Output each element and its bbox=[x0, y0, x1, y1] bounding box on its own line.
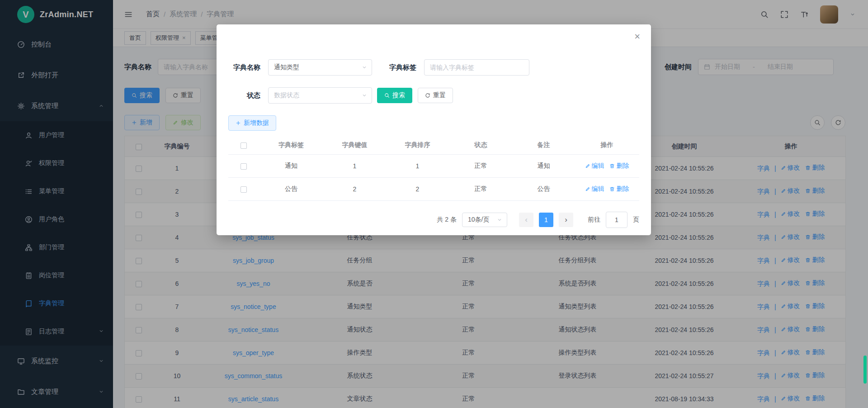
cell-value: 2 bbox=[323, 177, 386, 200]
column-header: 字典键值 bbox=[323, 136, 386, 154]
table-row: 通知 1 1 正常 通知 编辑 删除 bbox=[228, 154, 639, 177]
dict-label-label: 字典标签 bbox=[379, 63, 416, 72]
dialog-filter-row-2: 状态 数据状态 搜索 重置 bbox=[229, 87, 453, 104]
dict-label-input[interactable] bbox=[424, 59, 529, 76]
cell-label: 公告 bbox=[259, 177, 323, 200]
status-label: 状态 bbox=[229, 91, 260, 100]
column-header: 字典排序 bbox=[386, 136, 449, 154]
prev-page-button[interactable]: ‹ bbox=[519, 213, 533, 227]
goto-label: 前往 bbox=[588, 216, 600, 224]
select-all-checkbox[interactable] bbox=[241, 142, 247, 149]
page-1-button[interactable]: 1 bbox=[539, 213, 553, 227]
dict-data-dialog: × 字典名称 通知类型 字典标签 状态 数据状态 搜索 重置 新增数据 bbox=[217, 24, 651, 235]
column-header: 状态 bbox=[449, 136, 513, 154]
dialog-filter-row-1: 字典名称 通知类型 字典标签 bbox=[229, 59, 529, 76]
page-size-select[interactable]: 10条/页 bbox=[462, 213, 507, 227]
pagination: 共 2 条 10条/页 ‹ 1 › 前往 页 bbox=[437, 213, 639, 227]
chevron-down-icon bbox=[362, 93, 367, 98]
dict-data-table-wrap: 字典标签字典键值字典排序状态备注操作 通知 1 1 正常 通知 bbox=[228, 136, 639, 201]
dict-data-table: 字典标签字典键值字典排序状态备注操作 通知 1 1 正常 通知 bbox=[228, 136, 639, 201]
chevron-down-icon bbox=[362, 65, 367, 70]
next-page-button[interactable]: › bbox=[559, 213, 573, 227]
row-edit-link[interactable]: 编辑 bbox=[585, 162, 604, 170]
dialog-reset-button[interactable]: 重置 bbox=[418, 88, 453, 103]
dict-data-table-body: 通知 1 1 正常 通知 编辑 删除 bbox=[228, 154, 639, 200]
cell-status: 正常 bbox=[449, 177, 513, 200]
app-root: { "app": { "logo_badge": "V", "logo_text… bbox=[0, 0, 868, 408]
trash-icon bbox=[609, 186, 615, 192]
column-header: 字典标签 bbox=[259, 136, 323, 154]
status-select[interactable]: 数据状态 bbox=[268, 87, 372, 104]
row-delete-link[interactable]: 删除 bbox=[609, 162, 629, 170]
plus-icon bbox=[236, 120, 241, 126]
dialog-search-button[interactable]: 搜索 bbox=[377, 88, 412, 103]
cell-value: 1 bbox=[323, 154, 386, 177]
scrollbar-thumb[interactable] bbox=[863, 356, 867, 384]
column-header: 备注 bbox=[513, 136, 575, 154]
search-icon bbox=[384, 93, 390, 98]
dialog-table-header-row: 字典标签字典键值字典排序状态备注操作 bbox=[228, 136, 639, 154]
cell-sort: 1 bbox=[386, 154, 449, 177]
cell-status: 正常 bbox=[449, 154, 513, 177]
cell-sort: 2 bbox=[386, 177, 449, 200]
cell-operations: 编辑 删除 bbox=[575, 177, 639, 200]
row-edit-link[interactable]: 编辑 bbox=[585, 185, 604, 193]
row-delete-link[interactable]: 删除 bbox=[609, 185, 629, 193]
pencil-icon bbox=[585, 163, 590, 169]
row-checkbox[interactable] bbox=[241, 163, 247, 170]
dict-name-label: 字典名称 bbox=[229, 63, 260, 72]
cell-remark: 通知 bbox=[513, 154, 575, 177]
cell-remark: 公告 bbox=[513, 177, 575, 200]
dict-name-select[interactable]: 通知类型 bbox=[268, 59, 372, 76]
pagination-total: 共 2 条 bbox=[437, 216, 457, 224]
chevron-down-icon bbox=[497, 217, 502, 223]
table-row: 公告 2 2 正常 公告 编辑 删除 bbox=[228, 177, 639, 200]
column-header: 操作 bbox=[575, 136, 639, 154]
close-icon[interactable]: × bbox=[634, 32, 640, 42]
cell-operations: 编辑 删除 bbox=[575, 154, 639, 177]
refresh-icon bbox=[425, 93, 430, 98]
goto-suffix: 页 bbox=[633, 216, 639, 224]
pencil-icon bbox=[585, 186, 590, 192]
row-checkbox[interactable] bbox=[241, 186, 247, 193]
add-dict-data-button[interactable]: 新增数据 bbox=[228, 115, 276, 131]
goto-page-input[interactable] bbox=[606, 212, 627, 228]
cell-label: 通知 bbox=[259, 154, 323, 177]
trash-icon bbox=[609, 163, 615, 169]
